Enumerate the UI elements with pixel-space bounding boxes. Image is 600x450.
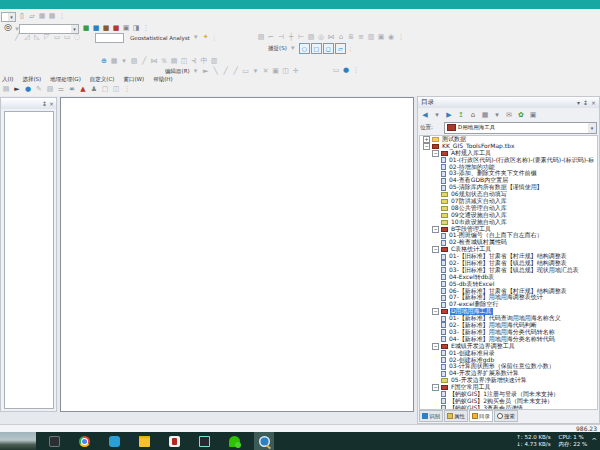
toc-panel-body[interactable] bbox=[4, 111, 54, 409]
toolbox-launch-icon[interactable]: ✿ bbox=[516, 110, 526, 120]
back-dropdown-caret[interactable]: ▾ bbox=[432, 110, 442, 120]
parcel-tool-icon[interactable]: ▦ bbox=[110, 57, 118, 66]
sketch-tool-icon[interactable]: ╱ bbox=[13, 33, 21, 42]
edit-sketch-icon[interactable]: ╱ bbox=[222, 67, 230, 76]
toolbox-icon[interactable]: ▲ bbox=[79, 85, 87, 94]
blue-app-icon[interactable] bbox=[104, 432, 124, 450]
back-icon[interactable]: ◀ bbox=[420, 110, 430, 120]
screen-share-icon[interactable] bbox=[194, 432, 214, 450]
up-one-level-icon[interactable]: ↥ bbox=[456, 110, 466, 120]
collapse-icon[interactable]: − bbox=[423, 143, 430, 150]
geostatistical-analyst-menu[interactable]: Geostatistical Analyst bbox=[130, 35, 190, 41]
image-icon[interactable]: ▦ bbox=[38, 12, 46, 21]
pin-icon[interactable]: ↨ bbox=[42, 100, 47, 107]
rectangle-tool-icon[interactable]: ▭ bbox=[63, 33, 71, 42]
collapse-icon[interactable]: − bbox=[432, 343, 439, 350]
tray-expand-arrow[interactable]: ^ bbox=[591, 437, 597, 445]
panel-tab-搜索[interactable]: 搜索 bbox=[494, 410, 518, 422]
tree-tool-item[interactable]: 01-创建标准目录 bbox=[420, 350, 597, 357]
arcmap-taskbar-icon[interactable] bbox=[254, 432, 274, 450]
tree-tool-item[interactable]: 03-添加、删除文件夹下文件前缀 bbox=[420, 170, 597, 177]
tree-tool-item[interactable]: 10市政设施自动入库 bbox=[420, 219, 597, 226]
editor-menu[interactable]: 编辑器(R) bbox=[165, 68, 190, 75]
view-dropdown-caret[interactable]: ▾ bbox=[492, 110, 502, 120]
menu-item[interactable]: 自定义(C) bbox=[90, 76, 115, 83]
toolbar-combo-stub[interactable]: ▾ bbox=[1, 12, 16, 22]
person-icon[interactable]: ♟ bbox=[90, 85, 98, 94]
menu-item[interactable]: 入(I) bbox=[2, 76, 13, 83]
parcel-tool-icon[interactable]: ⊕ bbox=[100, 57, 108, 66]
dropdown-caret[interactable]: ▾ bbox=[252, 67, 260, 76]
disabled-edit-tool-icon[interactable]: ⋈ bbox=[327, 33, 335, 42]
close-icon[interactable]: × bbox=[49, 100, 54, 107]
overflow-handle[interactable]: ⋮ bbox=[142, 24, 150, 33]
menu-item[interactable]: 窗口(W) bbox=[123, 76, 144, 83]
disabled-button-icon[interactable]: ▭ bbox=[332, 66, 340, 75]
geostatistical-wizard-icon[interactable]: ✦ bbox=[202, 33, 210, 42]
edit-sketch-icon[interactable]: ╲ bbox=[212, 67, 220, 76]
snap-end-button[interactable]: □ bbox=[311, 43, 322, 54]
parcel-tool-icon[interactable]: ⊰ bbox=[190, 57, 198, 66]
tree-tool-item[interactable]: 03-【旧标准】甘肃省【镇总规】现状用地汇总表 bbox=[420, 267, 597, 274]
tree-tool-item[interactable]: 07防洪减灾自动入库 bbox=[420, 198, 597, 205]
window-titlebar[interactable] bbox=[0, 0, 600, 9]
pin-icon[interactable]: ↨ bbox=[583, 99, 588, 106]
image-analysis-icon[interactable]: ■ bbox=[92, 24, 100, 33]
image-analysis-icon[interactable]: ■ bbox=[82, 24, 90, 33]
location-combo[interactable]: D用地用海工具 ▾ bbox=[444, 122, 597, 134]
disabled-edit-tool-icon[interactable]: ◎ bbox=[317, 33, 325, 42]
circle-tool-icon[interactable]: ◌ bbox=[73, 33, 81, 42]
blue-dot-button-icon[interactable]: ● bbox=[342, 66, 350, 75]
home-folder-icon[interactable]: ⌂ bbox=[468, 110, 478, 120]
snapping-menu[interactable]: 捕捉(S) bbox=[268, 45, 287, 52]
identify-icon[interactable]: ● bbox=[24, 85, 32, 94]
split-tool-icon[interactable]: ▣ bbox=[272, 67, 280, 76]
tree-tool-item[interactable]: 04-Excel转db表 bbox=[420, 274, 597, 281]
disabled-edit-tool-icon[interactable]: ◉ bbox=[387, 33, 395, 42]
parcel-tool-icon[interactable]: ％ bbox=[160, 57, 168, 66]
overflow-handle[interactable]: ⋮ bbox=[58, 12, 66, 21]
overflow-handle[interactable]: ⋮ bbox=[397, 33, 405, 42]
tree-tool-item[interactable]: 06规划状态自动填写 bbox=[420, 191, 597, 198]
swipe-tool-icon[interactable]: ◨ bbox=[132, 24, 140, 33]
measure-icon[interactable]: ⚌ bbox=[57, 85, 65, 94]
snap-vertex-button[interactable]: ◻ bbox=[323, 43, 334, 54]
chrome-icon[interactable] bbox=[74, 432, 94, 450]
disabled-edit-tool-icon[interactable]: ▣ bbox=[377, 33, 385, 42]
wechat-icon[interactable] bbox=[224, 432, 244, 450]
disabled-edit-tool-icon[interactable]: ⌂ bbox=[337, 33, 345, 42]
disabled-edit-tool-icon[interactable]: ▥ bbox=[367, 33, 375, 42]
tree-tool-item[interactable]: 02-检查城镇村属性码 bbox=[420, 239, 597, 246]
panel-dropdown-icon[interactable]: ▾ bbox=[577, 99, 580, 106]
parcel-tool-icon[interactable]: ▨ bbox=[130, 57, 138, 66]
menu-item[interactable]: 地理处理(G) bbox=[50, 76, 81, 83]
disabled-edit-tool-icon[interactable]: ▨ bbox=[307, 33, 315, 42]
parcel-tool-icon[interactable]: ▾ bbox=[120, 57, 128, 66]
sketch-tool-icon[interactable]: ◺ bbox=[33, 33, 41, 42]
parcel-tool-icon[interactable]: 中 bbox=[200, 57, 208, 66]
toolbar-textbox[interactable] bbox=[95, 33, 124, 43]
overflow-handle[interactable]: ⋮ bbox=[123, 85, 131, 94]
overflow-handle[interactable]: ⋮ bbox=[348, 46, 352, 52]
sketch-tool-icon[interactable]: ◿ bbox=[23, 33, 31, 42]
collapse-icon[interactable]: − bbox=[432, 226, 439, 233]
new-doc-icon[interactable]: ▯ bbox=[18, 12, 26, 21]
window-icon[interactable]: ▢ bbox=[101, 85, 109, 94]
tree-tool-item[interactable]: 09交通设施自动入库 bbox=[420, 212, 597, 219]
panel-tab-识别[interactable]: 识别 bbox=[419, 410, 443, 422]
start-button-image[interactable] bbox=[0, 432, 36, 450]
catalog-window-icon[interactable]: ◫ bbox=[112, 85, 120, 94]
edit-sketch-icon[interactable]: ╱ bbox=[232, 67, 240, 76]
image-icon[interactable]: ▦ bbox=[48, 12, 56, 21]
parcel-tool-icon[interactable]: ▥ bbox=[210, 57, 218, 66]
pencil-icon[interactable]: ✎ bbox=[35, 85, 43, 94]
tree-tool-item[interactable]: 07-【新标准】用地用海调整表统计 bbox=[420, 294, 597, 301]
snap-point-button[interactable]: ○ bbox=[299, 43, 310, 54]
page-layout-icon[interactable]: ▤ bbox=[2, 85, 10, 94]
menu-item[interactable]: 帮助(H) bbox=[153, 76, 172, 83]
collapse-icon[interactable]: − bbox=[432, 384, 439, 391]
options-icon[interactable]: ▣ bbox=[528, 110, 538, 120]
parcel-tool-icon[interactable]: ╱ bbox=[140, 57, 148, 66]
metadata-icon[interactable]: ✉ bbox=[504, 110, 514, 120]
disabled-edit-tool-icon[interactable]: ≣ bbox=[347, 33, 355, 42]
